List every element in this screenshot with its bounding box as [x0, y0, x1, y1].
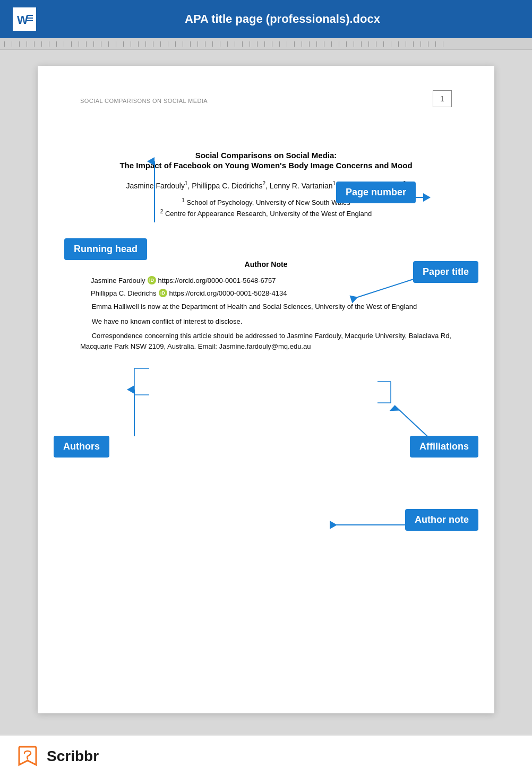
affiliation-2: 2 Centre for Appearance Research, Univer… — [80, 209, 452, 218]
author-note-para-1: Emma Halliwell is now at the Department … — [80, 301, 452, 312]
svg-rect-2 — [27, 15, 33, 16]
author-note-para-3: Correspondence concerning this article s… — [80, 331, 452, 351]
svg-line-15 — [394, 405, 427, 436]
orcid-icon-2: iD — [159, 289, 167, 297]
paper-title-sub: The Impact of Facebook on Young Women's … — [80, 161, 452, 170]
document-page: SOCIAL COMPARISONS ON SOCIAL MEDIA 1 Pag… — [38, 66, 494, 713]
svg-rect-4 — [27, 20, 33, 21]
author-note-heading: Author Note — [80, 260, 452, 269]
author-note-section: Author Note Jasmine Fardouly iD https://… — [80, 260, 452, 351]
svg-point-17 — [27, 760, 29, 761]
affiliations-label: Affiliations — [410, 436, 478, 458]
word-icon: W — [13, 7, 36, 31]
author-note-para-2: We have no known conflict of interest to… — [80, 316, 452, 327]
paper-title-main: Social Comparisons on Social Media: — [80, 151, 452, 160]
author-note-label: Author note — [405, 509, 478, 531]
top-bar: W APA title page (professionals).docx — [0, 0, 532, 38]
scribbr-logo-icon — [16, 745, 39, 768]
author-note-line-2: Phillippa C. Diedrichs iD https://orcid.… — [80, 289, 452, 297]
scribbr-brand-name: Scribbr — [47, 748, 99, 765]
svg-text:W: W — [17, 13, 28, 27]
page-number-display: 1 — [433, 90, 452, 107]
page-wrapper: SOCIAL COMPARISONS ON SOCIAL MEDIA 1 Pag… — [0, 50, 532, 735]
svg-rect-3 — [27, 18, 33, 19]
ruler — [0, 38, 532, 50]
paper-title-label: Paper title — [413, 261, 478, 283]
running-head-text: SOCIAL COMPARISONS ON SOCIAL MEDIA — [80, 98, 208, 104]
authors-label: Authors — [54, 436, 109, 458]
author-note-line-1: Jasmine Fardouly iD https://orcid.org/00… — [80, 276, 452, 284]
running-head-label: Running head — [64, 238, 147, 260]
document-title: APA title page (professionals).docx — [46, 12, 519, 26]
page-number-label: Page number — [336, 182, 416, 203]
orcid-icon-1: iD — [148, 276, 156, 284]
footer-bar: Scribbr — [0, 735, 532, 768]
